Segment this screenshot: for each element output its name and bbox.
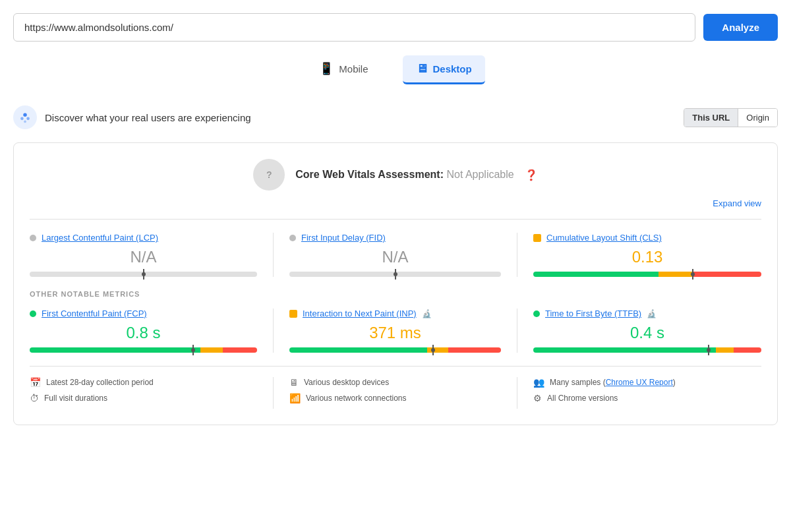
metric-fcp: First Contentful Paint (FCP) 0.8 s <box>30 309 274 353</box>
url-bar-row: https://www.almondsolutions.com/ Analyze <box>13 13 778 42</box>
svg-point-0 <box>23 113 27 117</box>
fcp-label[interactable]: First Contentful Paint (FCP) <box>42 309 147 318</box>
desktop-devices-icon: 🖥 <box>289 377 299 388</box>
fcp-bar-marker <box>192 345 194 355</box>
ttfb-bar-red <box>734 347 761 353</box>
users-icon: 👥 <box>533 377 544 388</box>
ttfb-label-row: Time to First Byte (TTFB) 🔬 <box>533 309 761 318</box>
ttfb-bar-colored <box>533 347 761 353</box>
cls-label[interactable]: Cumulative Layout Shift (CLS) <box>546 233 662 243</box>
tab-desktop[interactable]: 🖥 Desktop <box>403 55 485 84</box>
help-icon[interactable]: ❓ <box>525 169 538 181</box>
origin-button[interactable]: Origin <box>738 109 777 127</box>
cwv-title: Core Web Vitals Assessment: Not Applicab… <box>295 169 513 181</box>
chrome-icon: ⚙ <box>533 393 542 403</box>
url-input[interactable]: https://www.almondsolutions.com/ <box>13 13 695 42</box>
ttfb-dot <box>533 310 540 317</box>
wifi-icon: 📶 <box>289 393 301 403</box>
fid-value: N/A <box>289 248 501 266</box>
lcp-bar <box>30 272 257 277</box>
metric-fid: First Input Delay (FID) N/A <box>274 233 517 277</box>
inp-dot <box>289 310 297 318</box>
svg-point-1 <box>20 117 24 121</box>
inp-bar-red <box>448 347 501 353</box>
footer-item-network: 📶 Various network connections <box>289 393 501 403</box>
inp-value: 371 ms <box>289 324 501 342</box>
fcp-bar-red <box>223 347 257 353</box>
ttfb-bar <box>533 347 761 353</box>
cls-value: 0.13 <box>533 248 761 266</box>
fcp-bar-green <box>30 347 200 353</box>
calendar-icon: 📅 <box>30 377 41 388</box>
lcp-label-row: Largest Contentful Paint (LCP) <box>30 233 257 243</box>
metric-cls: Cumulative Layout Shift (CLS) 0.13 <box>517 233 761 277</box>
fid-bar-marker <box>395 269 396 280</box>
fid-bar <box>289 272 501 277</box>
ttfb-bar-orange <box>716 347 734 353</box>
other-metrics-grid: First Contentful Paint (FCP) 0.8 s Inter… <box>30 309 761 353</box>
tab-mobile-label: Mobile <box>339 63 368 74</box>
cls-dot <box>533 234 541 242</box>
svg-point-3 <box>24 121 26 123</box>
fcp-bar <box>30 347 257 353</box>
cls-bar-marker <box>692 269 693 280</box>
metric-inp: Interaction to Next Paint (INP) 🔬 371 ms <box>274 309 517 353</box>
cls-bar-red <box>693 272 761 277</box>
chrome-ux-report-link[interactable]: Chrome UX Report <box>606 378 673 387</box>
discovery-banner: Discover what your real users are experi… <box>13 100 778 134</box>
cls-bar-green <box>533 272 659 277</box>
tab-row: 📱 Mobile 🖥 Desktop <box>13 55 778 84</box>
primary-metrics-grid: Largest Contentful Paint (LCP) N/A First… <box>30 219 761 277</box>
fcp-label-row: First Contentful Paint (FCP) <box>30 309 257 318</box>
analyze-button[interactable]: Analyze <box>703 14 778 41</box>
cls-label-row: Cumulative Layout Shift (CLS) <box>533 233 761 243</box>
footer-item-samples: 👥 Many samples (Chrome UX Report) <box>533 377 761 388</box>
expand-view[interactable]: Expand view <box>30 198 761 208</box>
inp-label[interactable]: Interaction to Next Paint (INP) <box>303 309 417 318</box>
url-origin-buttons: This URL Origin <box>684 108 778 127</box>
footer-col-1: 📅 Latest 28-day collection period ⏱ Full… <box>30 377 274 409</box>
mobile-icon: 📱 <box>319 61 334 76</box>
lcp-value: N/A <box>30 248 257 266</box>
ttfb-label[interactable]: Time to First Byte (TTFB) <box>545 309 641 318</box>
fid-dot <box>289 235 296 241</box>
footer-chrome-text: All Chrome versions <box>547 394 618 403</box>
footer-full-visit-text: Full visit durations <box>44 394 107 403</box>
inp-bar-green <box>289 347 427 353</box>
cls-bar <box>533 272 761 277</box>
inp-label-row: Interaction to Next Paint (INP) 🔬 <box>289 309 501 318</box>
footer-item-chrome: ⚙ All Chrome versions <box>533 393 761 403</box>
footer-item-devices: 🖥 Various desktop devices <box>289 377 501 388</box>
ttfb-bar-marker <box>708 345 709 355</box>
stopwatch-icon: ⏱ <box>30 393 39 403</box>
cwv-gauge <box>253 159 285 191</box>
fid-label[interactable]: First Input Delay (FID) <box>301 233 386 243</box>
ttfb-bar-green <box>533 347 716 353</box>
fcp-bar-colored <box>30 347 257 353</box>
fid-label-row: First Input Delay (FID) <box>289 233 501 243</box>
lcp-label[interactable]: Largest Contentful Paint (LCP) <box>42 233 158 243</box>
cwv-header: Core Web Vitals Assessment: Not Applicab… <box>30 159 761 191</box>
footer-col-2: 🖥 Various desktop devices 📶 Various netw… <box>274 377 517 409</box>
footer-devices-text: Various desktop devices <box>304 378 389 387</box>
other-metrics-label: OTHER NOTABLE METRICS <box>30 290 761 298</box>
discovery-left: Discover what your real users are experi… <box>13 105 251 129</box>
metric-ttfb: Time to First Byte (TTFB) 🔬 0.4 s <box>517 309 761 353</box>
footer-28day-text: Latest 28-day collection period <box>46 378 154 387</box>
metric-lcp: Largest Contentful Paint (LCP) N/A <box>30 233 274 277</box>
ttfb-value: 0.4 s <box>533 324 761 342</box>
ttfb-lab-icon: 🔬 <box>647 309 657 318</box>
footer-col-3: 👥 Many samples (Chrome UX Report) ⚙ All … <box>517 377 761 409</box>
cls-bar-orange <box>659 272 693 277</box>
fcp-bar-orange <box>200 347 223 353</box>
this-url-button[interactable]: This URL <box>684 109 738 127</box>
footer-info: 📅 Latest 28-day collection period ⏱ Full… <box>30 366 761 409</box>
inp-bar-colored <box>289 347 501 353</box>
discovery-icon <box>13 105 37 129</box>
footer-item-full-visit: ⏱ Full visit durations <box>30 393 257 403</box>
footer-network-text: Various network connections <box>306 394 407 403</box>
fcp-dot <box>30 310 36 317</box>
cls-bar-colored <box>533 272 761 277</box>
inp-bar-marker <box>432 345 434 355</box>
tab-mobile[interactable]: 📱 Mobile <box>306 55 381 84</box>
